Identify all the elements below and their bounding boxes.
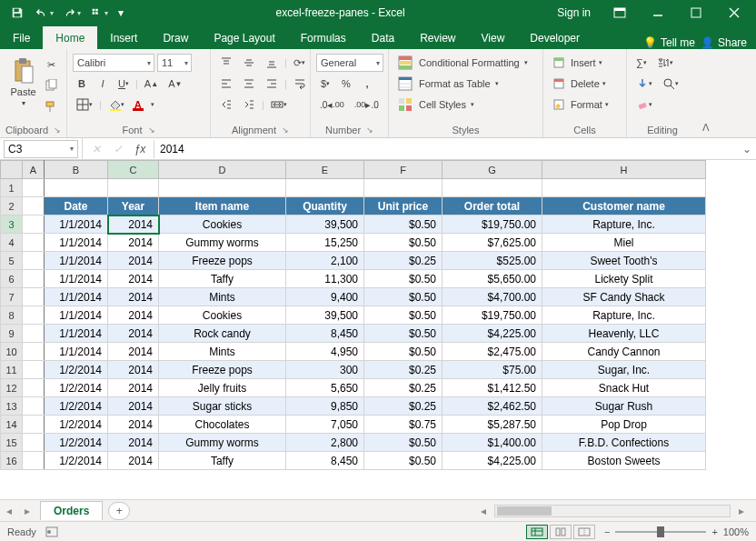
table-cell[interactable]: Sugar Rush	[542, 397, 706, 416]
underline-button[interactable]: U▾	[114, 75, 133, 93]
table-header[interactable]: Customer name	[542, 197, 706, 215]
sheet-tab-orders[interactable]: Orders	[40, 501, 103, 520]
enter-formula-icon[interactable]: ✓	[110, 143, 126, 155]
table-cell[interactable]: Gummy worms	[159, 434, 286, 452]
table-cell[interactable]: 2014	[108, 306, 159, 325]
row-header-6[interactable]: 6	[1, 270, 23, 288]
dialog-launcher-icon[interactable]: ↘	[366, 125, 373, 135]
table-cell[interactable]: Freeze pops	[159, 361, 286, 379]
row-header-5[interactable]: 5	[1, 252, 23, 270]
row-header-4[interactable]: 4	[1, 234, 23, 252]
row-header-7[interactable]: 7	[1, 288, 23, 306]
row-header-10[interactable]: 10	[1, 343, 23, 361]
table-cell[interactable]: 2,800	[286, 434, 364, 452]
table-cell[interactable]: $0.50	[364, 288, 443, 306]
cell-styles-button[interactable]: Cell Styles▾	[394, 95, 540, 114]
table-cell[interactable]: $1,412.50	[443, 379, 542, 397]
table-cell[interactable]: $0.50	[364, 306, 443, 325]
table-cell[interactable]: $75.00	[443, 361, 542, 379]
copy-button[interactable]	[41, 76, 61, 95]
table-cell[interactable]: 2014	[108, 343, 159, 361]
decrease-decimal-button[interactable]: .00▸.0	[351, 95, 383, 114]
row-header-13[interactable]: 13	[1, 397, 23, 416]
expand-formula-bar[interactable]: ⌄	[738, 143, 756, 155]
tab-review[interactable]: Review	[407, 26, 468, 49]
table-cell[interactable]: 2014	[108, 416, 159, 434]
table-cell[interactable]: $7,625.00	[443, 234, 542, 252]
table-cell[interactable]: Sweet Tooth's	[542, 252, 706, 270]
accounting-format-button[interactable]: $▾	[316, 75, 334, 93]
table-cell[interactable]: 2014	[108, 452, 159, 470]
table-cell[interactable]: 1/1/2014	[45, 234, 108, 252]
fill-color-button[interactable]: ▾	[104, 95, 128, 114]
row-header-1[interactable]: 1	[1, 179, 23, 197]
row-header-16[interactable]: 16	[1, 452, 23, 470]
column-header-F[interactable]: F	[364, 161, 443, 179]
row-header-3[interactable]: 3	[1, 215, 23, 234]
increase-indent-button[interactable]	[239, 95, 259, 114]
hscroll-right[interactable]: ▸	[732, 505, 751, 517]
page-break-view-button[interactable]	[573, 525, 595, 539]
table-cell[interactable]: Mints	[159, 288, 286, 306]
table-cell[interactable]: 2014	[108, 288, 159, 306]
font-size-select[interactable]: 11	[157, 54, 192, 72]
table-cell[interactable]: $2,475.00	[443, 343, 542, 361]
row-header-8[interactable]: 8	[1, 306, 23, 325]
table-cell[interactable]: Miel	[542, 234, 706, 252]
table-header[interactable]: Item name	[159, 197, 286, 215]
table-cell[interactable]: 8,450	[286, 325, 364, 343]
table-cell[interactable]: Rapture, Inc.	[542, 215, 706, 234]
align-bottom-button[interactable]	[262, 54, 282, 72]
table-cell[interactable]: 1/1/2014	[45, 343, 108, 361]
table-cell[interactable]: 1/2/2014	[45, 379, 108, 397]
table-cell[interactable]: 1/1/2014	[45, 252, 108, 270]
comma-format-button[interactable]: ,	[358, 75, 376, 93]
align-right-button[interactable]	[262, 75, 282, 93]
table-cell[interactable]: 1/1/2014	[45, 325, 108, 343]
zoom-in-button[interactable]: +	[711, 526, 717, 537]
table-cell[interactable]: Pop Drop	[542, 416, 706, 434]
table-cell[interactable]: Cookies	[159, 215, 286, 234]
column-header-A[interactable]: A	[23, 161, 45, 179]
scroll-tabs-left[interactable]: ◂	[0, 505, 18, 517]
align-top-button[interactable]	[216, 54, 236, 72]
table-header[interactable]: Quantity	[286, 197, 364, 215]
font-family-select[interactable]: Calibri	[73, 54, 154, 72]
tab-view[interactable]: View	[469, 26, 518, 49]
table-cell[interactable]: Taffy	[159, 452, 286, 470]
table-cell[interactable]: $4,225.00	[443, 325, 542, 343]
table-cell[interactable]: $0.25	[364, 252, 443, 270]
column-header-C[interactable]: C	[108, 161, 159, 179]
table-cell[interactable]: 2014	[108, 379, 159, 397]
table-cell[interactable]: $0.25	[364, 379, 443, 397]
table-header[interactable]: Year	[108, 197, 159, 215]
align-left-button[interactable]	[216, 75, 236, 93]
maximize-button[interactable]	[678, 0, 714, 25]
ribbon-display-options[interactable]	[602, 0, 638, 25]
autosum-button[interactable]: ∑▾	[632, 54, 651, 72]
macro-record-icon[interactable]	[45, 526, 58, 537]
fx-icon[interactable]: ƒx	[132, 143, 148, 155]
tab-developer[interactable]: Developer	[517, 26, 592, 49]
table-cell[interactable]: 1/1/2014	[45, 306, 108, 325]
tab-page-layout[interactable]: Page Layout	[201, 26, 287, 49]
paste-button[interactable]: Paste▾	[5, 52, 41, 112]
table-cell[interactable]: $5,650.00	[443, 270, 542, 288]
table-cell[interactable]: Boston Sweets	[542, 452, 706, 470]
table-cell[interactable]: Taffy	[159, 270, 286, 288]
table-cell[interactable]: Snack Hut	[542, 379, 706, 397]
table-cell[interactable]: $0.50	[364, 325, 443, 343]
table-header[interactable]: Order total	[443, 197, 542, 215]
page-layout-view-button[interactable]	[550, 525, 572, 539]
add-sheet-button[interactable]: +	[108, 502, 130, 520]
dialog-launcher-icon[interactable]: ↘	[282, 125, 289, 135]
column-header-D[interactable]: D	[159, 161, 286, 179]
table-cell[interactable]: 9,400	[286, 288, 364, 306]
column-header-B[interactable]: B	[45, 161, 108, 179]
table-cell[interactable]: $4,700.00	[443, 288, 542, 306]
table-cell[interactable]: $19,750.00	[443, 215, 542, 234]
wrap-text-button[interactable]	[290, 75, 310, 93]
table-cell[interactable]: $0.25	[364, 361, 443, 379]
cancel-formula-icon[interactable]: ✕	[88, 143, 104, 155]
font-color-button[interactable]: A▾	[131, 95, 158, 114]
